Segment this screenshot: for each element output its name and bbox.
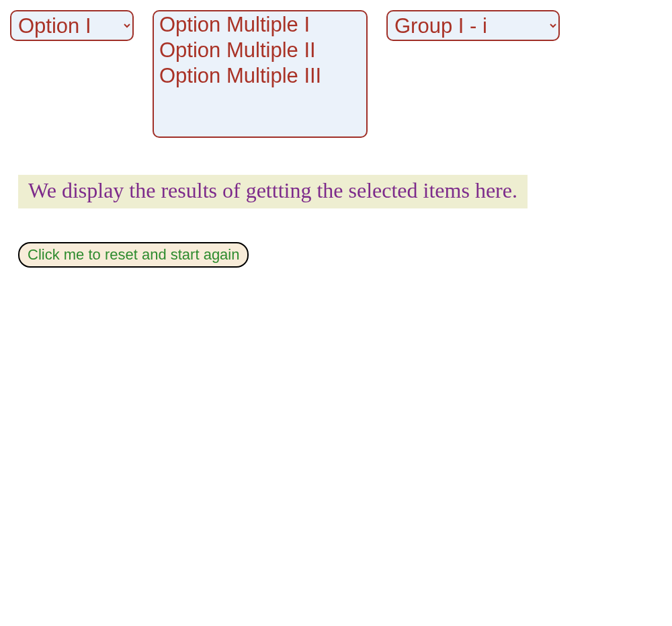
reset-button[interactable]: Click me to reset and start again [18, 242, 249, 268]
group-select[interactable]: Group I - i [386, 10, 560, 41]
multi-select-option[interactable]: Option Multiple II [158, 38, 362, 64]
multi-select-option[interactable]: Option Multiple III [158, 64, 362, 89]
multi-select-option[interactable]: Option Multiple I [158, 13, 362, 38]
single-select[interactable]: Option I [10, 10, 134, 41]
results-display: We display the results of gettting the s… [18, 175, 528, 208]
multi-select[interactable]: Option Multiple I Option Multiple II Opt… [153, 10, 368, 138]
